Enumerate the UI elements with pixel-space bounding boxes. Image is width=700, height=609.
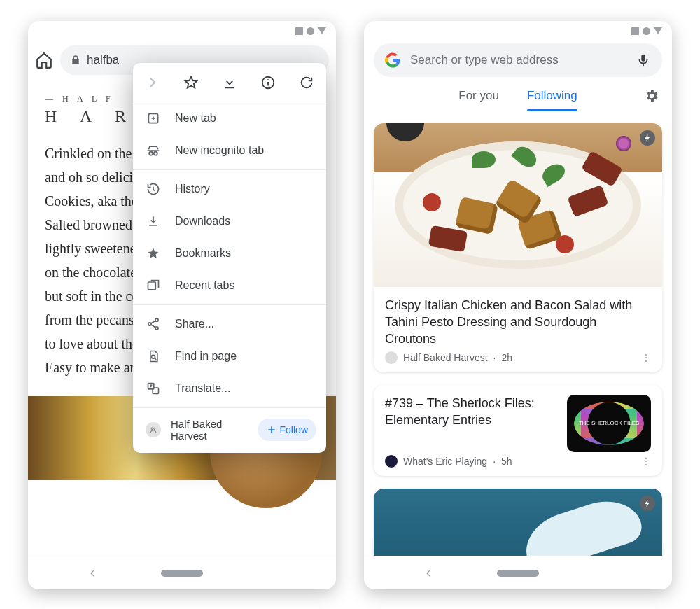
svg-point-9 (155, 327, 158, 330)
lock-icon (70, 55, 81, 66)
home-pill[interactable] (161, 570, 203, 577)
feed-card[interactable]: #739 – The Sherlock Files: Elementary En… (374, 385, 662, 476)
home-pill[interactable] (497, 570, 539, 577)
menu-share[interactable]: Share... (133, 308, 326, 340)
site-favicon (146, 422, 161, 438)
android-navbar (28, 556, 336, 589)
status-square-icon (295, 27, 303, 35)
menu-find-in-page[interactable]: Find in page (133, 340, 326, 372)
follow-button-label: Follow (280, 424, 308, 435)
downloads-icon (146, 214, 161, 229)
thumb-label: THE SHERLOCK FILES (567, 395, 651, 452)
menu-recent-tabs[interactable]: Recent tabs (133, 270, 326, 302)
article-age: 5h (501, 456, 512, 467)
menu-divider (133, 407, 326, 408)
find-icon (146, 349, 161, 364)
menu-incognito[interactable]: New incognito tab (133, 134, 326, 167)
source-favicon (385, 351, 398, 364)
feed-card-title: #739 – The Sherlock Files: Elementary En… (385, 395, 559, 452)
svg-point-13 (151, 428, 153, 429)
menu-label: Find in page (175, 350, 237, 363)
amp-badge-icon (640, 496, 655, 511)
feed-settings-icon[interactable] (644, 88, 659, 104)
google-logo-icon (385, 52, 400, 68)
status-bar (28, 21, 336, 41)
recent-tabs-icon (146, 278, 161, 293)
menu-label: Bookmarks (175, 247, 231, 260)
info-icon[interactable] (260, 74, 276, 91)
menu-downloads[interactable]: Downloads (133, 205, 326, 237)
status-triangle-icon (654, 27, 662, 34)
svg-point-4 (149, 152, 153, 155)
svg-point-14 (154, 428, 155, 429)
feed-card-title: Crispy Italian Chicken and Bacon Salad w… (374, 287, 662, 351)
svg-point-2 (267, 78, 269, 80)
search-placeholder: Search or type web address (410, 53, 626, 67)
menu-label: New tab (175, 112, 216, 125)
status-triangle-icon (318, 27, 326, 34)
menu-icon-row (133, 63, 326, 102)
menu-new-tab[interactable]: New tab (133, 102, 326, 134)
phone-left: halfba — H A L F H A R Crinkled on the o… (28, 21, 336, 589)
feed-tabs: For you Following (364, 78, 672, 113)
feed-card[interactable]: Crispy Italian Chicken and Bacon Salad w… (374, 123, 662, 372)
svg-point-5 (154, 152, 158, 155)
android-navbar (364, 556, 672, 589)
follow-site-name: Half Baked Harvest (171, 418, 248, 442)
amp-badge-icon (640, 130, 655, 146)
menu-follow-site[interactable]: Half Baked Harvest Follow (133, 411, 326, 449)
menu-bookmarks[interactable]: Bookmarks (133, 237, 326, 270)
refresh-icon[interactable] (298, 74, 315, 91)
history-icon (146, 181, 161, 197)
star-icon[interactable] (183, 74, 200, 91)
overflow-menu: New tab New incognito tab History Downlo… (133, 63, 326, 453)
back-icon[interactable] (423, 568, 434, 579)
feed: Crispy Italian Chicken and Bacon Salad w… (364, 113, 672, 573)
search-box[interactable]: Search or type web address (374, 43, 662, 77)
card-overflow-icon[interactable]: ⋮ (641, 352, 651, 363)
tab-for-you[interactable]: For you (458, 89, 499, 103)
feed-card-thumb: THE SHERLOCK FILES (567, 395, 651, 452)
status-square-icon (631, 27, 639, 35)
menu-history[interactable]: History (133, 173, 326, 205)
article-age: 2h (502, 352, 513, 363)
menu-label: New incognito tab (175, 144, 264, 157)
plus-icon (266, 424, 277, 435)
tab-following[interactable]: Following (527, 89, 578, 103)
menu-divider (133, 169, 326, 170)
feed-card-meta: What's Eric Playing · 5h ⋮ (374, 455, 662, 476)
source-favicon (385, 455, 398, 468)
svg-rect-6 (148, 282, 156, 290)
incognito-icon (146, 143, 161, 158)
status-bar (364, 21, 672, 41)
phone-right: Search or type web address For you Follo… (364, 21, 672, 589)
menu-label: Share... (175, 318, 214, 330)
new-tab-icon (146, 111, 161, 126)
feed-card-meta: Half Baked Harvest · 2h ⋮ (374, 351, 662, 372)
status-circle-icon (643, 27, 650, 35)
home-icon[interactable] (35, 51, 53, 69)
menu-translate[interactable]: Translate... (133, 372, 326, 405)
bookmarks-icon (146, 246, 161, 261)
mic-icon[interactable] (636, 52, 651, 68)
menu-label: History (175, 183, 210, 195)
status-circle-icon (307, 27, 314, 35)
back-icon[interactable] (87, 568, 98, 579)
svg-point-7 (155, 318, 158, 321)
menu-label: Translate... (175, 382, 230, 395)
menu-label: Downloads (175, 215, 230, 227)
source-name: What's Eric Playing (403, 456, 487, 467)
share-icon (146, 316, 161, 332)
source-name: Half Baked Harvest (403, 352, 488, 363)
address-url-text: halfba (87, 53, 119, 67)
follow-button[interactable]: Follow (258, 419, 316, 441)
svg-point-8 (148, 323, 151, 326)
menu-label: Recent tabs (175, 279, 234, 292)
forward-icon[interactable] (144, 74, 161, 91)
translate-icon (146, 381, 161, 396)
card-overflow-icon[interactable]: ⋮ (641, 456, 651, 467)
feed-card-image (374, 123, 662, 287)
download-icon[interactable] (221, 74, 238, 91)
menu-divider (133, 304, 326, 305)
